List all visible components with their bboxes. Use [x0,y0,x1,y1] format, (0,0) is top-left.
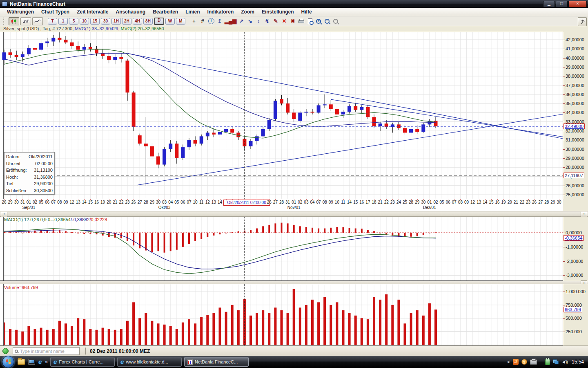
macd-tick-label: -1,00000 [563,245,583,250]
print-preview-button[interactable] [306,17,314,25]
task-button-wwwbildkonta[interactable]: ewww.bildkontakte.d... [117,357,182,367]
zoom-in-button[interactable]: + [315,17,322,25]
quicklaunch-folder-icon[interactable] [18,359,25,365]
menu-item-charttypen[interactable]: Chart Typen [38,8,73,16]
speaker-icon[interactable]: ◄)) [561,359,568,364]
quicklaunch-overflow-chevron[interactable]: » [45,359,48,365]
tick-mark [563,275,565,276]
date-tick-label: 10 [334,200,340,204]
menu-item-whrungen[interactable]: Währungen [3,8,38,16]
menu-item-anschauung[interactable]: Anschauung [112,8,149,16]
interval-button-10[interactable]: 10 [80,18,89,25]
date-tick-label: 18 [371,200,377,204]
date-tick [238,199,239,200]
edit-line-button[interactable]: ✎ [272,17,279,25]
interval-button-8h[interactable]: 8H [143,18,153,25]
menu-item-indikatoren[interactable]: Indikatoren [204,8,238,16]
delete-all-lines-button[interactable]: ✖ [289,17,296,25]
main-price-chart[interactable] [0,32,563,199]
interval-button-1h[interactable]: 1H [111,18,121,25]
interval-button-1[interactable]: 1 [58,18,68,25]
date-tick-label: 01 [291,200,297,204]
print-button[interactable] [298,17,305,25]
menu-item-zoom[interactable]: Zoom [237,8,258,16]
update-badge-icon[interactable]: 1 [521,359,527,365]
tooltip-label: Uhrzeit: [6,160,22,167]
start-button[interactable] [2,356,14,368]
info-button[interactable]: i [207,17,215,25]
delete-line-button[interactable]: ✕ [281,17,288,25]
interval-button-2h[interactable]: 2H [122,18,131,25]
trendline-ray-button[interactable]: ↯ [263,17,271,25]
interval-button-w[interactable]: W [165,18,175,25]
close-button[interactable]: ✕ [568,1,587,7]
date-tick-label: 23 [389,200,396,204]
tick-mark [563,233,565,233]
network-icon[interactable] [553,359,559,364]
price-flag-button[interactable]: ↥ [216,17,223,25]
interval-button-t[interactable]: T [48,18,57,25]
macd-chart[interactable] [0,217,563,281]
panel-divider-volume[interactable]: ↕ [0,281,588,284]
crosshair-button[interactable]: + [190,17,198,25]
tooltip-label: Tief: [6,180,15,187]
hash-grid-button[interactable]: # [199,17,206,25]
task-button-forexchartsc[interactable]: eForex Charts | Curre... [50,357,115,367]
show-desktop-icon[interactable] [28,359,35,365]
trendline-down-button[interactable]: ↘ [246,17,254,25]
menu-item-zeitintervalle[interactable]: Zeit Intervalle [73,8,112,16]
tick-mark [563,67,565,67]
instrument-search[interactable] [13,347,80,355]
date-tick-label: 14 [482,200,488,204]
panel-divider-macd[interactable]: ↕ ↕ [0,211,588,217]
interval-button-4h[interactable]: 4H [133,18,142,25]
date-tick-label: 28 [278,200,285,204]
printer-tray-icon[interactable] [530,359,537,365]
date-tick-label: 23 [124,200,131,204]
price-tick-label: 28,00000 [563,165,584,170]
menu-item-linien[interactable]: Linien [182,8,203,16]
date-tick-label: 31 [19,200,26,204]
task-button-netdaniafina[interactable]: NetDania FinanceC... [184,357,249,367]
month-label: Dez/01 [420,205,439,210]
tick-mark [563,247,565,247]
print-icon [298,19,304,23]
trendline-channel-button[interactable]: ↕ [255,17,262,25]
internet-explorer-icon[interactable]: e [38,359,42,365]
java-tray-icon[interactable]: J [513,359,519,365]
candlestick-chart-icon [11,19,17,24]
tick-mark [563,140,565,140]
pin-panel-button[interactable] [578,17,587,26]
date-tick-label: 25 [402,200,408,204]
zoom-out-button[interactable]: − [323,17,331,25]
zoom-reset-button[interactable]: − [332,17,339,25]
interval-button-m[interactable]: M [176,18,185,25]
menu-item-bearbeiten[interactable]: Bearbeiten [149,8,182,16]
date-tick-label: 19 [500,200,507,204]
price-tick-label: 29,00000 [563,156,584,161]
tray-chevron-icon[interactable]: < [507,359,510,364]
power-plug-icon[interactable] [545,359,550,365]
date-tick-label: 15 [352,200,359,204]
minimize-button[interactable]: ▁ [543,1,555,7]
date-tick-label: 16 [494,200,501,204]
step-chart-button[interactable] [20,17,31,25]
interval-button-15[interactable]: 15 [90,18,100,25]
trendline-up-button[interactable]: ↗ [238,17,245,25]
interval-button-d[interactable]: D [154,18,164,25]
line-chart-button[interactable] [32,17,43,25]
window-title: NetDania FinanceChart [10,1,65,7]
trendline-ray-icon: ↯ [265,18,270,25]
volume-chart[interactable] [0,284,563,346]
instrument-search-input[interactable] [19,348,79,354]
candlestick-chart-button[interactable] [9,17,19,25]
clock[interactable]: 15:54 [572,359,584,365]
date-tick-label: 27 [136,200,143,204]
interval-button-5[interactable]: 5 [69,18,78,25]
menu-item-hilfe[interactable]: Hilfe [298,8,316,16]
interval-button-30[interactable]: 30 [101,18,110,25]
maximize-button[interactable]: ❐ [556,1,568,7]
tooltip-row: Tief:29,93200 [6,180,53,187]
volume-bars-button[interactable]: ▂▄▆ [225,17,236,25]
menu-item-einstellungen[interactable]: Einstellungen [258,8,298,16]
